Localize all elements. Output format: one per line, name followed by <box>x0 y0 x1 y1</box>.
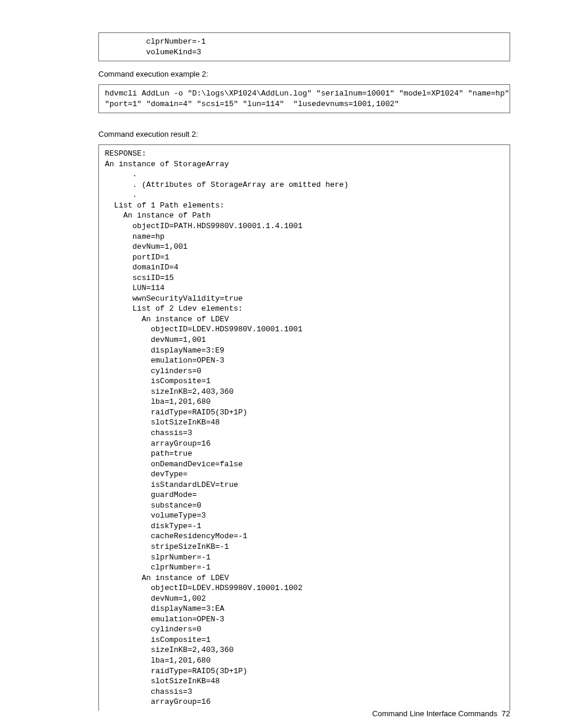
code-block-example: hdvmcli AddLun -o "D:\logs\XP1024\AddLun… <box>98 84 510 113</box>
page-footer: Command Line Interface Commands 72 <box>372 709 510 718</box>
example-label: Command execution example 2: <box>98 70 510 78</box>
code-block-top: clprNumber=-1 volumeKind=3 <box>98 32 510 61</box>
document-page: clprNumber=-1 volumeKind=3 Command execu… <box>0 0 562 728</box>
footer-title: Command Line Interface Commands <box>372 709 497 718</box>
footer-page-number: 72 <box>502 709 510 718</box>
code-block-result: RESPONSE: An instance of StorageArray . … <box>98 144 510 711</box>
result-label: Command execution result 2: <box>98 130 510 139</box>
